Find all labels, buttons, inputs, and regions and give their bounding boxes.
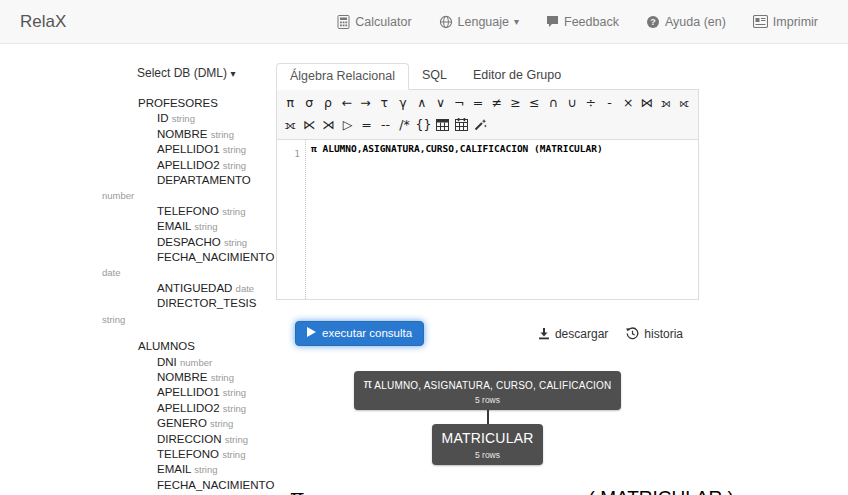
nav-item-lenguaje[interactable]: Lenguaje ▾ (439, 15, 519, 29)
insert-date-button[interactable] (452, 115, 471, 135)
attribute-item[interactable]: DESPACHO string (102, 235, 278, 250)
tree-node-relation[interactable]: MATRICULAR 5 rows (432, 424, 544, 465)
attribute-name: FECHA_NACIMIENTO (157, 251, 274, 263)
attribute-type: string (223, 403, 246, 414)
attribute-type: date (102, 267, 121, 278)
operator-button[interactable]: ρ (319, 93, 338, 113)
operator-button[interactable]: = (357, 115, 376, 135)
attribute-item[interactable]: APELLIDO2 string (102, 401, 278, 416)
operator-button[interactable]: ← (337, 93, 356, 113)
nav-item-label: Imprimir (773, 15, 818, 29)
operator-button[interactable]: {} (414, 115, 433, 135)
operator-button[interactable]: ≤ (525, 93, 544, 113)
attribute-item[interactable]: NOMBRE string (102, 127, 278, 142)
attribute-name: ID (157, 112, 169, 124)
attribute-name: APELLIDO1 (157, 143, 220, 155)
attribute-item[interactable]: TELEFONO string (102, 204, 278, 219)
attribute-item[interactable]: DEPARTAMENTO number (102, 173, 278, 204)
operator-toolbar: πσρ←→τγ∧∨¬=≠≥≤∩∪÷-×⋈⟕⟖ ⟗⋉⋊▷=--/*{} (277, 90, 698, 140)
attribute-item[interactable]: DIRECTOR_TESIS string (102, 296, 278, 327)
autoreplace-button[interactable] (471, 115, 490, 135)
brand-logo[interactable]: RelaX (20, 12, 66, 32)
attribute-item[interactable]: APELLIDO2 string (102, 158, 278, 173)
attribute-item[interactable]: EMAIL string (102, 219, 278, 234)
operator-button[interactable]: ≥ (506, 93, 525, 113)
attribute-item[interactable]: FECHA_NACIMIENTO date (102, 478, 278, 495)
tab-editor-de-grupo[interactable]: Editor de Grupo (460, 63, 574, 89)
operator-button[interactable]: ¬ (450, 93, 469, 113)
nav-item-label: Lenguaje (458, 15, 509, 29)
history-link[interactable]: historia (626, 327, 683, 341)
insert-relation-button[interactable] (433, 115, 452, 135)
pi-operator: π (364, 377, 373, 391)
operator-button[interactable]: ≠ (487, 93, 506, 113)
operator-button[interactable]: × (619, 93, 638, 113)
operator-button[interactable]: π (281, 93, 300, 113)
relation-name[interactable]: PROFESORES (138, 96, 278, 111)
operator-button[interactable]: → (356, 93, 375, 113)
operator-button[interactable]: ÷ (581, 93, 600, 113)
attribute-item[interactable]: TELEFONO string (102, 447, 278, 462)
attribute-item[interactable]: ID string (102, 111, 278, 126)
attribute-name: DNI (157, 356, 177, 368)
operator-button[interactable]: ∩ (544, 93, 563, 113)
download-label: descargar (555, 327, 608, 341)
schema-group-profesores: PROFESORES ID string NOMBRE string APELL… (102, 96, 278, 327)
history-label: historia (644, 327, 683, 341)
action-bar: executar consulta descargar historia (276, 321, 699, 346)
tab-sql[interactable]: SQL (409, 63, 460, 89)
relax-app: RelaX Calculator Lenguaje ▾ Feedback ? A… (0, 0, 848, 495)
operator-button[interactable]: /* (395, 115, 414, 135)
attribute-name: DIRECCION (157, 433, 222, 445)
attribute-item[interactable]: FECHA_NACIMIENTO date (102, 250, 278, 281)
attribute-item[interactable]: DIRECCION string (102, 432, 278, 447)
navbar-menu: Calculator Lenguaje ▾ Feedback ? Ayuda (… (337, 15, 818, 29)
operator-button[interactable]: -- (376, 115, 395, 135)
operator-button[interactable]: ∨ (431, 93, 450, 113)
attribute-item[interactable]: EMAIL string (102, 462, 278, 477)
operator-button[interactable]: ⟖ (675, 93, 694, 113)
play-icon (307, 327, 316, 339)
operator-button[interactable]: ⋉ (300, 115, 319, 135)
top-navbar: RelaX Calculator Lenguaje ▾ Feedback ? A… (0, 0, 848, 44)
editor-tabs: Álgebra Relacional SQL Editor de Grupo (276, 63, 699, 90)
attribute-name: DEPARTAMENTO (157, 174, 251, 186)
select-db-dropdown[interactable]: Select DB (DML) ▾ (137, 66, 235, 80)
attribute-list: ID string NOMBRE string APELLIDO1 string… (102, 111, 278, 327)
formula-pi-operator: π (290, 485, 305, 495)
attribute-type: string (225, 434, 248, 445)
operator-button[interactable]: ∪ (562, 93, 581, 113)
operator-button[interactable]: - (600, 93, 619, 113)
tree-node-projection[interactable]: πALUMNO, ASIGNATURA, CURSO, CALIFICACION… (354, 371, 622, 410)
operator-button[interactable]: ▷ (338, 115, 357, 135)
operator-button[interactable]: = (469, 93, 488, 113)
operator-button[interactable]: ∧ (412, 93, 431, 113)
operator-button[interactable]: ⟕ (656, 93, 675, 113)
operator-button[interactable]: ⟗ (281, 115, 300, 135)
attribute-item[interactable]: GENERO string (102, 416, 278, 431)
attribute-item[interactable]: APELLIDO1 string (102, 142, 278, 157)
relation-name[interactable]: ALUMNOS (138, 339, 278, 354)
attribute-name: TELEFONO (157, 205, 219, 217)
operator-button[interactable]: σ (300, 93, 319, 113)
query-input[interactable]: π ALUMNO,ASIGNATURA,CURSO,CALIFICACION (… (306, 140, 698, 299)
attribute-type: string (223, 387, 246, 398)
nav-item-feedback[interactable]: Feedback (546, 15, 619, 29)
svg-text:?: ? (650, 17, 656, 27)
operator-button[interactable]: τ (375, 93, 394, 113)
nav-item-calculator[interactable]: Calculator (337, 15, 411, 29)
tab-algebra-relacional[interactable]: Álgebra Relacional (276, 63, 409, 90)
attribute-item[interactable]: NOMBRE string (102, 370, 278, 385)
operator-button[interactable]: ⋈ (638, 93, 657, 113)
operator-button[interactable]: ⋊ (319, 115, 338, 135)
nav-item-imprimir[interactable]: Imprimir (753, 15, 818, 29)
execute-query-button[interactable]: executar consulta (295, 321, 424, 346)
attribute-item[interactable]: ANTIGUEDAD date (102, 281, 278, 296)
table-icon (436, 117, 449, 132)
operator-button[interactable]: γ (394, 93, 413, 113)
nav-item-ayuda[interactable]: ? Ayuda (en) (646, 15, 726, 29)
download-link[interactable]: descargar (538, 327, 608, 341)
attribute-item[interactable]: APELLIDO1 string (102, 385, 278, 400)
tree-node-attrs: ALUMNO, ASIGNATURA, CURSO, CALIFICACION (374, 380, 611, 391)
attribute-item[interactable]: DNI number (102, 355, 278, 370)
